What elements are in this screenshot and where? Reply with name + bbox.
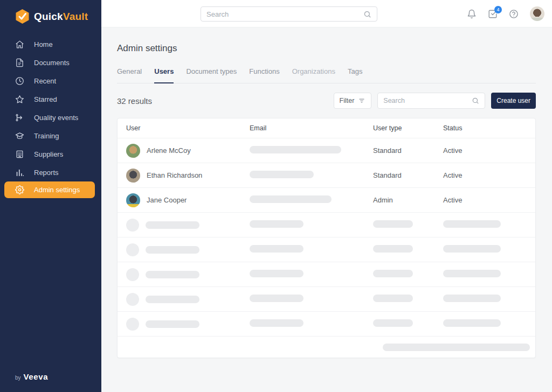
gear-icon (15, 185, 24, 194)
status-placeholder (443, 220, 501, 228)
user-cell: Ethan Richardson (126, 169, 250, 183)
tasks-icon[interactable]: 4 (488, 9, 498, 19)
main-area: 4 Admin settings General Users Document … (101, 0, 552, 392)
home-icon (15, 40, 24, 49)
filter-icon (358, 97, 365, 104)
user-name: Ethan Richardson (147, 171, 202, 179)
table-row-loading (118, 311, 535, 336)
email-placeholder (250, 245, 303, 253)
email-placeholder (250, 295, 303, 302)
sidebar-item-admin-settings[interactable]: Admin settings (4, 181, 95, 198)
topbar-icons: 4 (467, 0, 544, 27)
user-type-cell: Admin (373, 196, 443, 204)
name-placeholder (146, 296, 199, 303)
sidebar-item-recent[interactable]: Recent (0, 72, 101, 90)
building-icon (15, 150, 24, 159)
sidebar-item-reports[interactable]: Reports (0, 163, 101, 181)
table-row[interactable]: Ethan Richardson Standard Active (118, 163, 535, 187)
sidebar-item-label: Training (34, 132, 59, 140)
table-row[interactable]: Jane Cooper Admin Active (118, 187, 535, 212)
user-cell: Arlene McCoy (126, 144, 250, 158)
user-cell: Jane Cooper (126, 193, 250, 207)
user-name: Jane Cooper (147, 196, 187, 204)
document-icon (15, 58, 24, 67)
filter-button[interactable]: Filter (334, 93, 372, 109)
bar-chart-icon (15, 168, 24, 177)
table-footer (118, 336, 535, 358)
results-toolbar: 32 results Filter Create u (117, 93, 536, 109)
name-placeholder (146, 271, 199, 278)
tab-users[interactable]: Users (154, 67, 174, 83)
user-type-cell: Standard (373, 146, 443, 155)
status-placeholder (443, 270, 501, 277)
tab-functions[interactable]: Functions (249, 67, 279, 83)
search-icon (472, 97, 479, 104)
app-root: QuickVault Home Documents Recent Starred… (0, 0, 552, 392)
status-placeholder (443, 295, 501, 302)
sidebar-item-label: Starred (34, 95, 57, 103)
status-cell: Active (443, 171, 527, 179)
table-row[interactable]: Arlene McCoy Standard Active (118, 138, 535, 163)
search-icon (363, 10, 371, 18)
graduation-cap-icon (15, 131, 24, 141)
quickvault-logo[interactable]: QuickVault (0, 0, 101, 24)
column-header-status: Status (443, 124, 527, 132)
veeva-logo: Veeva (24, 372, 49, 381)
table-row-loading (118, 212, 535, 237)
results-count: 32 results (117, 96, 152, 106)
toolbar-actions: Filter Create user (334, 93, 536, 109)
column-header-user: User (126, 124, 250, 132)
sidebar-item-documents[interactable]: Documents (0, 53, 101, 72)
table-row-loading (118, 286, 535, 311)
tab-general[interactable]: General (117, 67, 142, 83)
user-type-placeholder (373, 245, 413, 253)
brand-name: QuickVault (34, 11, 88, 23)
email-placeholder (250, 195, 332, 203)
help-icon[interactable] (509, 9, 519, 19)
column-header-user-type: User type (373, 124, 443, 132)
email-cell (250, 171, 373, 180)
quickvault-logo-icon (15, 9, 30, 24)
table-body: Arlene McCoy Standard Active Ethan Richa… (118, 138, 535, 336)
user-type-placeholder (373, 270, 413, 277)
byline-prefix: by (15, 375, 21, 381)
sidebar-item-starred[interactable]: Starred (0, 90, 101, 108)
name-placeholder (146, 320, 199, 328)
user-avatar[interactable] (530, 6, 544, 21)
table-search-input[interactable] (383, 97, 472, 104)
email-placeholder (250, 146, 341, 153)
sidebar-item-quality-events[interactable]: Quality events (0, 108, 101, 127)
global-search-input[interactable] (206, 10, 363, 18)
user-name: Arlene McCoy (147, 146, 191, 155)
tab-document-types[interactable]: Document types (186, 67, 237, 83)
email-placeholder (250, 319, 303, 327)
status-placeholder (443, 319, 501, 327)
tab-tags[interactable]: Tags (348, 67, 362, 83)
tasks-badge: 4 (494, 6, 502, 13)
status-cell: Active (443, 146, 527, 155)
email-placeholder (250, 171, 314, 178)
sidebar-item-label: Admin settings (34, 186, 80, 194)
sidebar-item-label: Recent (34, 77, 56, 85)
sidebar-item-training[interactable]: Training (0, 127, 101, 145)
users-table: UserEmailUser typeStatus Arlene McCoy St… (117, 118, 536, 358)
tab-organizations[interactable]: Organizations (292, 67, 335, 83)
row-avatar (126, 169, 140, 183)
user-type-placeholder (373, 295, 413, 302)
bell-icon[interactable] (467, 9, 477, 19)
column-header-email: Email (250, 124, 373, 132)
sidebar-item-suppliers[interactable]: Suppliers (0, 145, 101, 163)
topbar: 4 (101, 0, 552, 27)
avatar-placeholder (126, 293, 139, 306)
sidebar-item-label: Documents (34, 59, 70, 67)
create-user-button[interactable]: Create user (491, 93, 536, 109)
workflow-icon (15, 113, 24, 122)
avatar-placeholder (126, 219, 139, 232)
user-type-placeholder (373, 220, 413, 228)
avatar-placeholder (126, 318, 139, 331)
global-search (201, 6, 377, 22)
sidebar-item-home[interactable]: Home (0, 35, 101, 53)
sidebar-item-label: Home (34, 40, 53, 48)
pagination-placeholder (383, 344, 530, 351)
user-type-cell: Standard (373, 171, 443, 179)
